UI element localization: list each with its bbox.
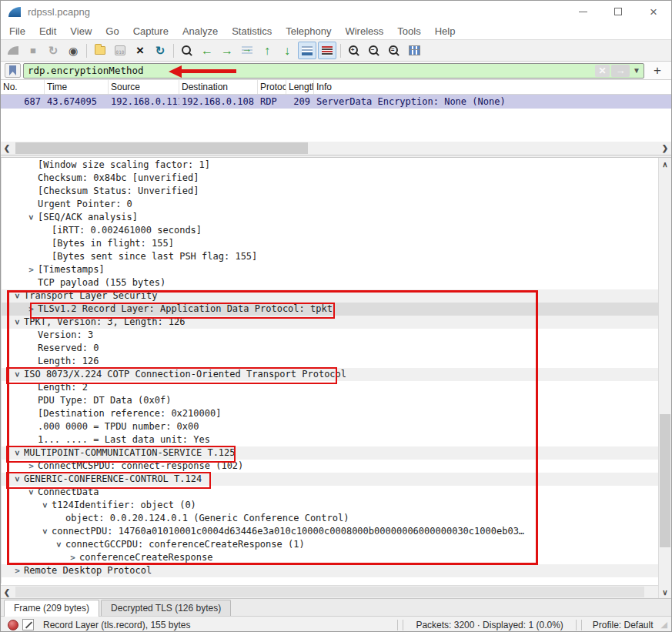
- scroll-up-icon[interactable]: ∧: [659, 158, 671, 170]
- collapse-arrow-icon[interactable]: >: [11, 289, 24, 303]
- tree-row[interactable]: >Remote Desktop Protocol: [2, 564, 658, 577]
- collapse-arrow-icon[interactable]: >: [11, 368, 24, 381]
- tree-row[interactable]: >connectPDU: 14760a01010001c0004d63446e3…: [2, 525, 658, 538]
- tree-row[interactable]: [Checksum Status: Unverified]: [2, 185, 658, 198]
- menu-tools[interactable]: Tools: [390, 22, 427, 39]
- packet-list-hscrollbar[interactable]: ❮ ❯: [1, 142, 671, 155]
- colorize-icon[interactable]: [318, 42, 336, 59]
- expert-info-icon[interactable]: [8, 620, 18, 630]
- collapse-arrow-icon[interactable]: >: [11, 316, 24, 329]
- hscroll-thumb[interactable]: [15, 142, 308, 154]
- detail-hscrollbar[interactable]: ❮: [1, 585, 658, 598]
- tree-row[interactable]: >[Timestamps]: [2, 263, 658, 276]
- zoom-out-icon[interactable]: −: [365, 42, 383, 59]
- tree-row[interactable]: Reserved: 0: [2, 342, 658, 355]
- scroll-right-icon[interactable]: ❯: [659, 142, 671, 155]
- tree-row[interactable]: Length: 2: [2, 381, 658, 394]
- detail-vscrollbar[interactable]: ∧ ∨: [658, 158, 671, 598]
- packet-row-selected[interactable]: 687 43.674095 192.168.0.111 192.168.0.10…: [1, 95, 671, 109]
- scroll-down-icon[interactable]: ∨: [659, 586, 671, 598]
- minimize-button[interactable]: [565, 1, 600, 22]
- filter-bookmark-button[interactable]: [5, 63, 21, 78]
- tree-row[interactable]: 1... .... = Last data unit: Yes: [2, 433, 658, 446]
- tree-row[interactable]: >ConnectMCSPDU: connect-response (102): [2, 460, 658, 473]
- filter-dropdown-caret-icon[interactable]: ▼: [631, 65, 642, 77]
- capture-comment-icon[interactable]: [22, 619, 34, 630]
- expand-arrow-icon[interactable]: >: [25, 460, 38, 473]
- menu-telephony[interactable]: Telephony: [279, 22, 338, 39]
- goto-packet-icon[interactable]: [238, 42, 256, 59]
- collapse-arrow-icon[interactable]: >: [38, 499, 52, 512]
- tree-row[interactable]: [Bytes in flight: 155]: [2, 237, 658, 250]
- expand-arrow-icon[interactable]: >: [25, 263, 38, 276]
- tree-row[interactable]: Urgent Pointer: 0: [2, 198, 658, 211]
- resize-columns-icon[interactable]: [405, 42, 423, 59]
- filter-clear-button[interactable]: ✕: [595, 65, 610, 77]
- column-header-length[interactable]: Length: [286, 80, 314, 94]
- zoom-original-icon[interactable]: =: [385, 42, 403, 59]
- menu-capture[interactable]: Capture: [126, 22, 176, 39]
- tree-row[interactable]: .000 0000 = TPDU number: 0x00: [2, 420, 658, 433]
- column-header-protocol[interactable]: Protocol: [258, 80, 286, 94]
- go-first-packet-icon[interactable]: ↑: [258, 42, 276, 59]
- display-filter-input[interactable]: rdp.encryptionMethod ✕ → ▼: [23, 63, 644, 79]
- column-header-time[interactable]: Time: [45, 80, 109, 94]
- menu-wireless[interactable]: Wireless: [338, 22, 390, 39]
- tree-row[interactable]: >t124Identifier: object (0): [2, 499, 658, 512]
- maximize-button[interactable]: [600, 1, 636, 22]
- tree-row[interactable]: PDU Type: DT Data (0x0f): [2, 394, 658, 407]
- menu-edit[interactable]: Edit: [32, 22, 63, 39]
- autoscroll-icon[interactable]: [298, 42, 316, 59]
- collapse-arrow-icon[interactable]: >: [52, 538, 65, 551]
- tree-row[interactable]: [Window size scaling factor: 1]: [2, 159, 658, 172]
- stop-capture-icon[interactable]: ■: [24, 42, 42, 59]
- column-header-destination[interactable]: Destination: [179, 80, 258, 94]
- close-file-icon[interactable]: ×: [131, 42, 149, 59]
- tree-row[interactable]: >ISO 8073/X.224 COTP Connection-Oriented…: [2, 368, 658, 381]
- tree-row[interactable]: Version: 3: [2, 329, 658, 342]
- collapse-arrow-icon[interactable]: >: [11, 473, 24, 486]
- go-forward-icon[interactable]: →: [218, 42, 236, 59]
- menu-help[interactable]: Help: [428, 22, 463, 39]
- find-packet-icon[interactable]: [178, 42, 196, 59]
- menu-view[interactable]: View: [63, 22, 99, 39]
- tab-frame[interactable]: Frame (209 bytes): [4, 600, 99, 617]
- go-back-icon[interactable]: ←: [198, 42, 216, 59]
- menu-go[interactable]: Go: [99, 22, 125, 39]
- expand-arrow-icon[interactable]: >: [66, 551, 79, 564]
- tree-row[interactable]: [Destination reference: 0x210000]: [2, 407, 658, 420]
- zoom-in-icon[interactable]: +: [345, 42, 363, 59]
- tree-row[interactable]: >GENERIC-CONFERENCE-CONTROL T.124: [2, 473, 658, 486]
- tree-row[interactable]: >[SEQ/ACK analysis]: [2, 211, 658, 224]
- tree-row[interactable]: >TLSv1.2 Record Layer: Application Data …: [2, 303, 658, 316]
- expand-arrow-icon[interactable]: >: [11, 564, 24, 577]
- vscroll-thumb[interactable]: [660, 414, 670, 547]
- open-file-icon[interactable]: [91, 42, 109, 59]
- resize-grip-icon[interactable]: ◢: [661, 620, 667, 630]
- tree-row[interactable]: [Bytes sent since last PSH flag: 155]: [2, 250, 658, 263]
- tree-row[interactable]: >conferenceCreateResponse: [2, 551, 658, 564]
- tree-row[interactable]: Checksum: 0x84bc [unverified]: [2, 172, 658, 185]
- filter-add-button[interactable]: +: [647, 63, 667, 79]
- column-header-info[interactable]: Info: [314, 80, 671, 94]
- filter-apply-button[interactable]: →: [611, 65, 630, 77]
- tree-row[interactable]: >Transport Layer Security: [2, 289, 658, 303]
- expand-arrow-icon[interactable]: >: [25, 303, 38, 316]
- tree-row[interactable]: object: 0.0.20.124.0.1 (Generic Conferen…: [2, 512, 658, 525]
- hscroll-thumb[interactable]: [15, 587, 644, 597]
- save-file-icon[interactable]: [111, 42, 129, 59]
- start-capture-icon[interactable]: [4, 42, 22, 59]
- tree-row[interactable]: [iRTT: 0.002461000 seconds]: [2, 224, 658, 237]
- scroll-left-icon[interactable]: ❮: [1, 142, 13, 155]
- tab-decrypted-tls[interactable]: Decrypted TLS (126 bytes): [101, 600, 231, 616]
- go-last-packet-icon[interactable]: ↓: [278, 42, 296, 59]
- menu-analyze[interactable]: Analyze: [176, 22, 225, 39]
- tree-row[interactable]: TCP payload (155 bytes): [2, 276, 658, 289]
- collapse-arrow-icon[interactable]: >: [11, 446, 24, 460]
- menu-file[interactable]: File: [2, 22, 32, 39]
- tree-row[interactable]: >MULTIPOINT-COMMUNICATION-SERVICE T.125: [2, 446, 658, 460]
- collapse-arrow-icon[interactable]: >: [25, 211, 38, 224]
- collapse-arrow-icon[interactable]: >: [25, 486, 38, 499]
- tree-row[interactable]: >connectGCCPDU: conferenceCreateResponse…: [2, 538, 658, 551]
- scroll-left-icon[interactable]: ❮: [1, 586, 13, 599]
